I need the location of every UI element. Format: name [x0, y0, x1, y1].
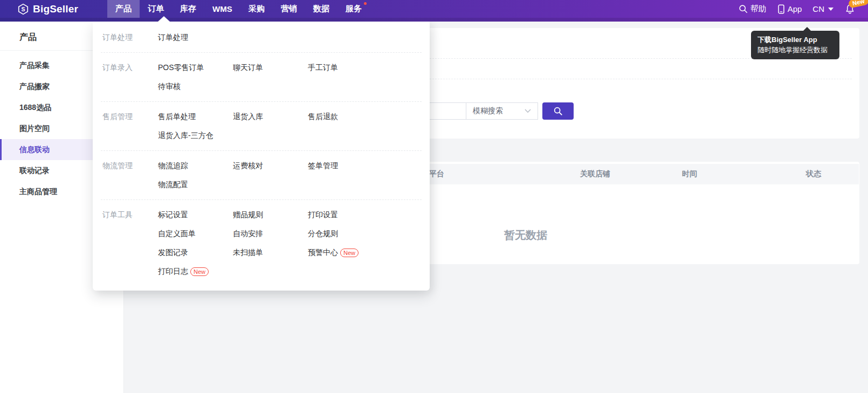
nav-item-label: 产品: [115, 4, 132, 14]
menu-cell: 预警中心New: [308, 248, 383, 258]
menu-rows: 订单处理: [158, 28, 422, 47]
nav-item-label: WMS: [212, 4, 232, 13]
menu-link[interactable]: POS零售订单: [158, 63, 204, 73]
menu-link[interactable]: 订单处理: [158, 33, 188, 43]
menu-link[interactable]: 聊天订单: [233, 63, 263, 73]
menu-link[interactable]: 待审核: [158, 82, 181, 92]
notification-dot: [364, 2, 367, 5]
menu-rows: POS零售订单聊天订单手工订单待审核: [158, 58, 422, 96]
menu-link[interactable]: 售后单处理: [158, 112, 196, 122]
menu-link[interactable]: 退货入库: [233, 112, 263, 122]
nav-item-data-center[interactable]: 数据: [305, 0, 337, 18]
menu-row: 售后单处理退货入库售后退款: [158, 107, 422, 126]
menu-cell: 物流追踪: [158, 161, 233, 171]
menu-link[interactable]: 签单管理: [308, 161, 338, 171]
menu-link[interactable]: 发图记录: [158, 248, 188, 258]
phone-icon: [777, 4, 785, 14]
menu-cell: 退货入库-三方仓: [158, 131, 233, 141]
menu-cell: 聊天订单: [233, 63, 308, 73]
menu-row: 物流配置: [158, 175, 422, 194]
menu-cell: 发图记录: [158, 248, 233, 258]
menu-cell: 订单处理: [158, 33, 233, 43]
menu-cell: 标记设置: [158, 210, 233, 220]
app-download-tooltip: 下载BigSeller App 随时随地掌握经营数据: [751, 31, 839, 59]
nav-item-inventory[interactable]: 库存: [172, 0, 204, 18]
nav-item-label: 服务: [346, 4, 362, 14]
bigseller-hexagon-icon: S: [17, 3, 29, 15]
menu-link[interactable]: 手工订单: [308, 63, 338, 73]
menu-link[interactable]: 未扫描单: [233, 248, 263, 258]
nav-bottom-shade: [0, 18, 868, 22]
menu-rows: 标记设置赠品规则打印设置自定义面单自动安排分仓规则发图记录未扫描单预警中心New…: [158, 205, 422, 281]
nav-item-label: 库存: [180, 4, 196, 14]
nav-item-label: 采购: [249, 4, 265, 14]
language-value: CN: [812, 4, 824, 13]
menu-row: POS零售订单聊天订单手工订单: [158, 58, 422, 77]
menu-link[interactable]: 预警中心: [308, 248, 338, 258]
menu-section-order-entry: 订单录入POS零售订单聊天订单手工订单待审核: [101, 52, 422, 101]
search-button[interactable]: [542, 102, 574, 120]
nav-item-label: 营销: [281, 4, 297, 14]
menu-cell: 物流配置: [158, 180, 233, 190]
column-header: 时间: [682, 169, 697, 179]
brand-name: BigSeller: [33, 3, 78, 15]
menu-row: 自定义面单自动安排分仓规则: [158, 224, 422, 243]
nav-item-wms[interactable]: WMS: [204, 0, 240, 18]
menu-link[interactable]: 退货入库-三方仓: [158, 131, 213, 141]
notifications-button[interactable]: New: [844, 3, 856, 15]
menu-link[interactable]: 赠品规则: [233, 210, 263, 220]
tooltip-subtitle: 随时随地掌握经营数据: [757, 45, 833, 55]
menu-row: 打印日志New: [158, 262, 422, 281]
menu-cell: 待审核: [158, 82, 233, 92]
help-button[interactable]: 帮助: [739, 4, 767, 14]
menu-link[interactable]: 售后退款: [308, 112, 338, 122]
menu-row: 标记设置赠品规则打印设置: [158, 205, 422, 224]
app-label: App: [788, 4, 802, 13]
menu-link[interactable]: 打印设置: [308, 210, 338, 220]
nav-item-service[interactable]: 服务: [337, 0, 370, 18]
menu-link[interactable]: 物流配置: [158, 180, 188, 190]
menu-link[interactable]: 物流追踪: [158, 161, 188, 171]
app-download-button[interactable]: App: [777, 4, 802, 14]
nav-item-purchase[interactable]: 采购: [240, 0, 273, 18]
menu-row: 退货入库-三方仓: [158, 126, 422, 145]
nav-item-marketing[interactable]: 营销: [273, 0, 305, 18]
nav-item-label: 数据: [313, 4, 329, 14]
menu-row: 待审核: [158, 77, 422, 96]
menu-section-logistics: 物流管理物流追踪运费核对签单管理物流配置: [101, 150, 422, 199]
menu-group-label: 订单录入: [101, 58, 158, 96]
new-badge: New: [340, 249, 359, 257]
svg-text:S: S: [21, 6, 25, 12]
menu-row: 订单处理: [158, 28, 422, 47]
nav-item-products[interactable]: 产品: [107, 0, 140, 18]
menu-group-label: 订单工具: [101, 205, 158, 281]
menu-link[interactable]: 打印日志: [158, 267, 188, 277]
menu-rows: 售后单处理退货入库售后退款退货入库-三方仓: [158, 107, 422, 145]
menu-cell: 未扫描单: [233, 248, 308, 258]
nav-item-orders[interactable]: 订单: [140, 0, 172, 18]
column-header: 关联店铺: [580, 169, 610, 179]
menu-link[interactable]: 标记设置: [158, 210, 188, 220]
menu-link[interactable]: 运费核对: [233, 161, 263, 171]
brand-logo[interactable]: S BigSeller: [17, 0, 78, 18]
menu-cell: 签单管理: [308, 161, 383, 171]
menu-section-after-sales: 售后管理售后单处理退货入库售后退款退货入库-三方仓: [101, 101, 422, 150]
new-badge: New: [848, 0, 868, 8]
help-label: 帮助: [750, 4, 767, 14]
primary-nav: 产品订单库存WMS采购营销数据服务: [107, 0, 370, 18]
language-selector[interactable]: CN: [812, 4, 833, 13]
menu-link[interactable]: 自定义面单: [158, 229, 196, 239]
menu-group-label: 订单处理: [101, 28, 158, 47]
nav-item-label: 订单: [148, 4, 164, 14]
app-window: 模糊搜索 关联平台关联店铺时间状态 暂无数据 产品 产品采集产品搬家1688选品…: [0, 0, 868, 393]
menu-link[interactable]: 自动安排: [233, 229, 263, 239]
search-icon: [553, 106, 563, 116]
menu-cell: 手工订单: [308, 63, 383, 73]
search-mode-select[interactable]: 模糊搜索: [466, 102, 538, 120]
menu-cell: 打印设置: [308, 210, 383, 220]
chevron-down-icon: [525, 109, 531, 113]
open-menu-caret: [158, 16, 170, 22]
menu-group-label: 物流管理: [101, 156, 158, 194]
menu-link[interactable]: 分仓规则: [308, 229, 338, 239]
menu-cell: 赠品规则: [233, 210, 308, 220]
